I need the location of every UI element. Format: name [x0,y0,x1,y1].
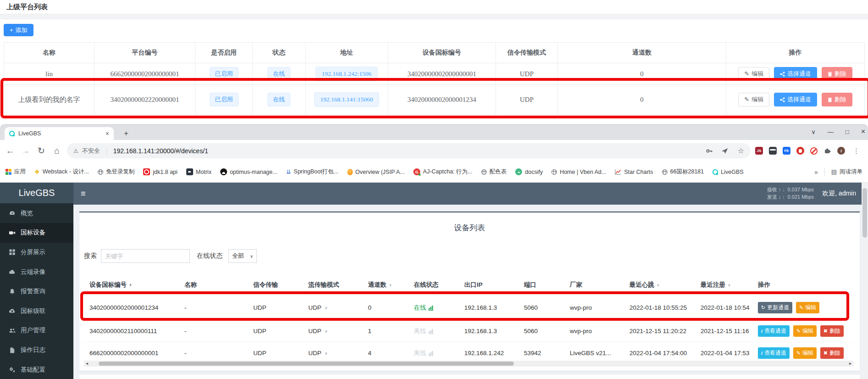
edit-button[interactable]: ✎ 编辑 [738,67,769,81]
sidebar-item-overview[interactable]: 概览 [0,203,73,223]
adblock-extension-icon[interactable] [810,147,818,155]
fe-extension-icon[interactable]: FE [783,147,790,155]
reading-list-button[interactable]: ▤ 阅读清单 [831,168,862,176]
bookmark-star-icon[interactable]: ☆ [738,146,744,155]
col-channels[interactable]: 通道数▲▼ [362,275,408,295]
stream-mode-dropdown[interactable]: UDP∨ [308,350,328,357]
col-channels: 通道数 [558,43,726,63]
livegbs-favicon-icon [9,131,15,136]
send-icon[interactable] [721,147,729,155]
sidebar-item-alarm-query[interactable]: 报警查询 [0,282,73,301]
stream-mode-dropdown[interactable]: UDP∨ [308,304,328,311]
add-button[interactable]: + 添加 [4,24,33,36]
chevron-down-icon: ∨ [325,351,328,356]
sidebar-item-basic-config[interactable]: 基础配置 [0,360,73,379]
search-label: 搜索 [84,252,97,260]
sidebar-item-gb-devices[interactable]: 国标设备 [0,223,73,243]
sidebar-item-gb-cascade[interactable]: 国标级联 [0,301,73,321]
bookmark-overview-jsip[interactable]: Overview (JSIP A... [347,169,405,175]
scrollbar-thumb[interactable] [99,362,514,366]
bookmark-jdk-api[interactable]: jdk1.8 api [143,168,178,175]
col-last-register[interactable]: 最近注册▲▼ [695,275,752,295]
js-extension-icon[interactable]: JS [755,147,763,155]
edit-button[interactable]: ✎编辑 [793,347,817,359]
last-register: 2022-01-18 10:54 [695,295,752,320]
scrollbar-thumb[interactable] [862,188,867,238]
bookmark-optimus[interactable]: optimus-manage... [220,168,278,175]
url-input[interactable]: ⚠ 不安全 192.168.1.141:20000/#/devices/1 ☆ [67,143,751,158]
platform-table-header: 名称 平台编号 是否启用 状态 地址 设备国标编号 信令传输模式 通道数 操作 [4,43,865,63]
bookmark-aj-captcha[interactable]: G AJ-Captcha: 行为... [413,168,473,176]
last-heartbeat: 2022-01-18 10:55:25 [624,295,695,320]
back-icon[interactable]: ← [5,146,16,156]
bookmark-livegbs[interactable]: LiveGBS [712,169,743,175]
next-panel-edge [79,374,860,379]
bookmark-apps[interactable]: 应用 [6,168,26,176]
delete-button[interactable]: 删除 [822,93,852,106]
bookmark-docsify[interactable]: docsify [515,168,543,175]
platform-id: 66620000002000000001 [95,63,195,85]
new-tab-button[interactable]: + [120,128,132,139]
bookmark-gb28181[interactable]: 66国标28181 [662,168,704,176]
bookmark-copy-tool[interactable]: 免登录复制 [98,168,135,176]
bookmark-color-table[interactable]: 配色表 [481,168,507,176]
tab-close-icon[interactable]: × [106,130,109,137]
platform-id: 34020000002220000001 [95,85,195,115]
sidebar-item-operation-log[interactable]: 操作日志 [0,340,73,360]
search-input[interactable] [101,249,190,263]
col-signaling: 信令传输 [248,275,303,295]
puzzle-extensions-icon[interactable] [823,147,831,155]
welcome-user[interactable]: 欢迎, admin [822,190,856,198]
device-row-highlighted: 34020000002000001234 - UDP UDP∨ 0 在线 192… [84,295,853,320]
refresh-icon[interactable]: ↻ [36,145,47,156]
edit-button[interactable]: ✎编辑 [793,325,817,337]
spy-extension-icon[interactable] [769,147,777,155]
delete-button[interactable]: ✖删除 [820,347,844,359]
forward-icon[interactable]: → [20,146,31,156]
vendor: wvp-pro [564,320,624,342]
select-channel-button[interactable]: 选择通道 [774,67,817,81]
minimize-icon[interactable]: — [828,128,834,135]
update-channels-button[interactable]: ↻更新通道 [758,302,792,313]
browser-tab[interactable]: LiveGBS × [5,127,114,140]
bookmark-vben[interactable]: Home | Vben Ad... [551,169,606,175]
bookmark-star-charts[interactable]: Star Charts [615,169,653,175]
view-channels-button[interactable]: i查看通道 [758,325,790,337]
sidebar-item-split-screen[interactable]: 分屏展示 [0,243,73,262]
browser-menu-icon[interactable]: ⋮ [851,147,862,155]
col-last-heartbeat[interactable]: 最近心跳▲▼ [624,275,695,295]
col-device-gb-id[interactable]: 设备国标编号▲▼ [84,275,179,295]
sidebar-item-cloud-record[interactable]: 云端录像 [0,262,73,282]
key-icon[interactable] [706,147,713,155]
page-vertical-scrollbar[interactable] [862,183,868,379]
online-state-select[interactable]: 全部 ∨ [228,249,257,263]
bookmark-springboot[interactable]: ⇊ SpringBoot打包... [286,168,338,176]
online-status-link[interactable]: 在线 [414,304,434,312]
home-icon[interactable]: ⌂ [51,146,62,156]
scroll-right-icon[interactable]: ► [847,362,853,366]
stream-mode-dropdown[interactable]: UDP∨ [308,328,328,334]
bookmark-webstack[interactable]: ❖ Webstack - 设计... [34,168,89,176]
content-area: 设备列表 搜索 在线状态 全部 ∨ 设 [73,205,868,379]
sort-icon: ▲▼ [728,284,731,287]
select-channel-button[interactable]: 选择通道 [774,93,817,106]
edit-button[interactable]: ✎ 编辑 [738,93,769,106]
edit-button[interactable]: ✎编辑 [796,302,819,313]
stop-hand-extension-icon[interactable] [796,147,804,155]
sidebar-item-user-management[interactable]: 用户管理 [0,321,73,340]
reading-list-icon: ▤ [831,168,837,175]
last-register: 2021-12-15 11:16 [695,320,752,342]
view-channels-button[interactable]: i查看通道 [758,347,790,359]
scroll-left-icon[interactable]: ◄ [84,362,90,366]
close-window-icon[interactable]: × [861,128,865,136]
bookmarks-overflow-icon[interactable]: » [814,168,818,176]
col-device-gb-id: 设备国标编号 [388,43,496,63]
delete-button[interactable]: 删除 [822,67,852,81]
delete-button[interactable]: ✖删除 [820,325,844,337]
tab-search-icon[interactable]: ∨ [811,128,816,135]
hamburger-menu-icon[interactable]: ≡ [73,189,93,199]
bookmark-motrix[interactable]: Motrix [186,168,211,175]
profile-avatar[interactable]: I [837,147,845,155]
maximize-icon[interactable]: □ [846,128,849,135]
horizontal-scrollbar[interactable]: ◄ ► [84,361,853,367]
